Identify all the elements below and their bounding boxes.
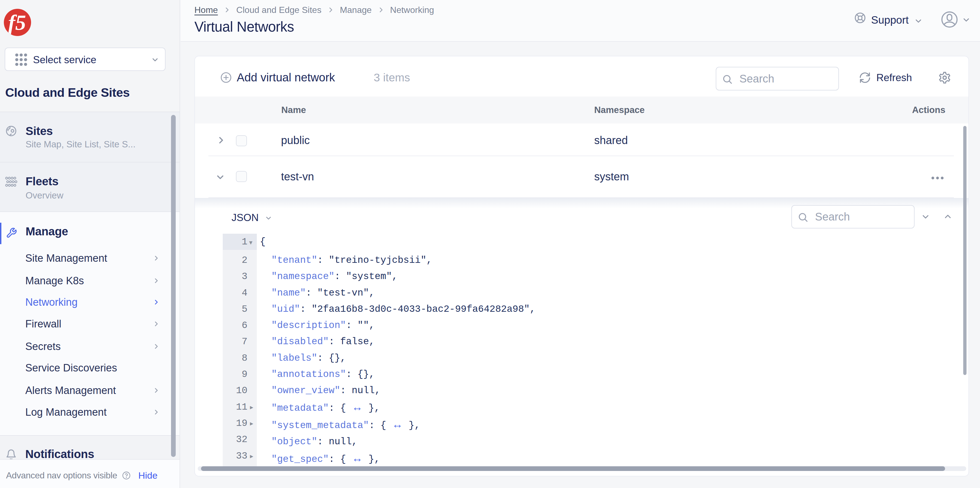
svg-text:f5: f5 bbox=[8, 10, 26, 34]
